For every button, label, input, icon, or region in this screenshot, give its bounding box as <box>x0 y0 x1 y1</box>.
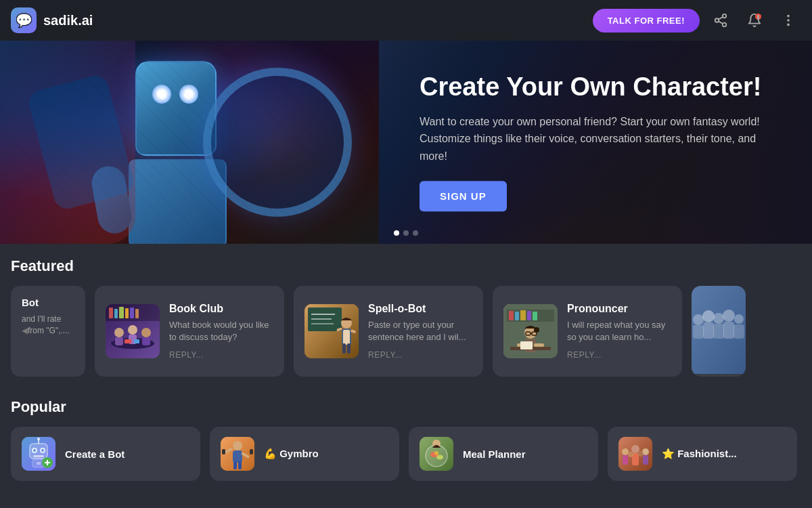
svg-rect-18 <box>125 339 131 343</box>
spell-o-bot-card-desc: Paste or type out your sentence here and… <box>368 319 472 343</box>
featured-card-book-club[interactable]: Book Club What book would you like to di… <box>95 286 284 377</box>
partial-card-title: Bot <box>22 297 74 308</box>
popular-card-gymbro[interactable]: 💪 Gymbro <box>210 427 399 481</box>
hero-banner: Create Your Own Character! Want to creat… <box>0 41 812 244</box>
fashionista-card-title: ⭐ Fashionist... <box>662 448 786 460</box>
hero-dot-2[interactable] <box>403 230 409 236</box>
svg-rect-65 <box>713 324 724 339</box>
svg-point-16 <box>141 328 151 337</box>
svg-point-60 <box>713 313 724 324</box>
svg-point-76 <box>37 438 40 440</box>
gymbro-card-title: 💪 Gymbro <box>264 448 388 460</box>
hero-description: Want to create your own personal friend?… <box>420 113 771 165</box>
header-right: TALK FOR FREE! ! <box>593 7 801 33</box>
popular-card-create-a-bot[interactable]: Create a Bot <box>11 427 200 481</box>
spell-o-bot-reply[interactable]: REPLY... <box>368 350 472 360</box>
svg-rect-101 <box>623 455 628 465</box>
svg-point-61 <box>723 310 735 322</box>
featured-title: Featured <box>11 257 801 275</box>
book-club-art <box>106 304 160 358</box>
svg-rect-44 <box>520 310 526 320</box>
pronouncer-info: Pronouncer I will repeat what you say so… <box>567 303 671 360</box>
svg-point-73 <box>41 449 44 452</box>
book-club-card-title: Book Club <box>169 303 273 315</box>
svg-point-9 <box>787 24 790 26</box>
partial-card-desc: and I'll rate ◀from "G",.... <box>22 314 74 337</box>
featured-card-partial-left[interactable]: Bot and I'll rate ◀from "G",.... <box>11 286 85 377</box>
meal-planner-art <box>420 437 453 471</box>
meal-planner-thumbnail <box>420 437 453 471</box>
svg-rect-56 <box>520 341 533 350</box>
svg-rect-25 <box>130 308 134 318</box>
brand-name: sadik.ai <box>43 13 93 28</box>
svg-point-12 <box>114 328 124 337</box>
featured-card-partial-right[interactable] <box>692 286 746 377</box>
svg-rect-66 <box>723 322 734 339</box>
featured-card-spell-o-bot[interactable]: Spell-o-Bot Paste or type out your sente… <box>294 286 483 377</box>
svg-rect-17 <box>142 337 150 345</box>
hero-dot-3[interactable] <box>413 230 418 236</box>
notification-icon: ! <box>747 13 762 28</box>
fabric-overlay <box>0 41 379 244</box>
create-a-bot-thumbnail <box>22 437 55 471</box>
book-club-reply[interactable]: REPLY... <box>169 350 273 360</box>
fashionista-info: ⭐ Fashionist... <box>662 448 786 460</box>
svg-rect-21 <box>109 308 113 318</box>
pronouncer-art <box>503 304 558 358</box>
book-club-info: Book Club What book would you like to di… <box>169 303 273 360</box>
svg-rect-24 <box>125 308 129 318</box>
main-content: Featured Bot and I'll rate ◀from "G",...… <box>0 244 812 508</box>
svg-rect-35 <box>342 343 346 354</box>
more-menu-button[interactable] <box>775 7 801 33</box>
svg-rect-43 <box>515 312 519 320</box>
create-a-bot-art <box>22 437 55 471</box>
svg-rect-23 <box>119 307 124 318</box>
talk-for-free-button[interactable]: TALK FOR FREE! <box>593 9 700 33</box>
pronouncer-reply[interactable]: REPLY... <box>567 350 671 360</box>
pronouncer-thumbnail <box>503 304 558 358</box>
header-left: 💬 sadik.ai <box>11 7 93 33</box>
featured-cards-row: Bot and I'll rate ◀from "G",.... <box>11 286 801 387</box>
svg-point-83 <box>233 441 242 450</box>
spell-o-bot-card-title: Spell-o-Bot <box>368 303 472 315</box>
meal-planner-card-title: Meal Planner <box>463 448 587 460</box>
notification-button[interactable]: ! <box>742 7 767 33</box>
popular-card-fashionista[interactable]: ⭐ Fashionist... <box>608 427 797 481</box>
svg-point-8 <box>787 19 790 22</box>
svg-rect-19 <box>134 339 139 343</box>
fashionista-thumbnail <box>618 437 652 471</box>
svg-text:!: ! <box>757 15 759 20</box>
popular-card-meal-planner[interactable]: Meal Planner <box>409 427 598 481</box>
hero-left-art <box>0 41 379 244</box>
hero-content: Create Your Own Character! Want to creat… <box>420 72 771 211</box>
svg-rect-90 <box>238 461 242 469</box>
hero-dot-1[interactable] <box>394 230 399 236</box>
fashionista-art <box>618 437 652 471</box>
book-club-thumbnail <box>106 304 160 358</box>
svg-rect-89 <box>233 461 237 469</box>
spell-o-bot-info: Spell-o-Bot Paste or type out your sente… <box>368 303 472 360</box>
sign-up-button[interactable]: SIGN UP <box>420 182 507 212</box>
svg-point-14 <box>128 325 137 335</box>
header: 💬 sadik.ai TALK FOR FREE! ! <box>0 0 812 41</box>
spell-o-bot-art <box>304 304 359 358</box>
svg-rect-26 <box>135 309 139 318</box>
svg-point-7 <box>787 15 790 18</box>
create-a-bot-title: Create a Bot <box>65 448 189 460</box>
svg-rect-67 <box>734 324 744 339</box>
hero-carousel-dots <box>394 230 418 236</box>
hero-title: Create Your Own Character! <box>420 72 771 102</box>
svg-point-94 <box>436 455 443 460</box>
create-a-bot-info: Create a Bot <box>65 448 189 460</box>
svg-point-99 <box>631 445 639 453</box>
svg-rect-36 <box>347 343 351 354</box>
svg-point-105 <box>638 451 644 457</box>
svg-point-104 <box>628 452 633 457</box>
svg-point-72 <box>33 449 36 452</box>
svg-point-59 <box>702 310 715 322</box>
svg-rect-63 <box>693 325 704 339</box>
svg-point-95 <box>434 451 438 455</box>
share-button[interactable] <box>708 7 734 33</box>
partial-right-art <box>692 286 746 374</box>
featured-card-pronouncer[interactable]: Pronouncer I will repeat what you say so… <box>493 286 682 377</box>
